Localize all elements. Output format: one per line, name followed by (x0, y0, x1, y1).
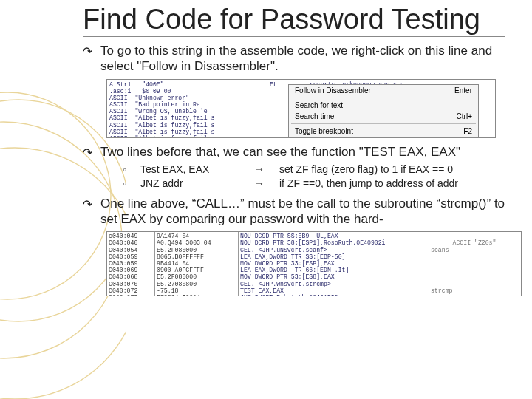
menu-label: Toggle breakpoint (295, 127, 353, 135)
menu-accel: Ctrl+ (457, 112, 472, 120)
context-menu: Follow in Disassembler Enter Search for … (288, 84, 479, 138)
menu-accel: Enter (454, 86, 472, 95)
sub-lhs: Test EAX, EAX (140, 163, 244, 177)
menu-label: Follow in Disassembler (295, 86, 371, 95)
menu-label: Search time (295, 112, 334, 120)
sub-bullet-icon: ◦ (123, 177, 130, 191)
sub-lhs: JNZ addr (140, 177, 244, 191)
menu-item-search-text[interactable]: Search for text (289, 100, 478, 111)
bullet-1: ↷ To go to this string in the assemble c… (83, 43, 505, 75)
bullet-2-text: Two lines before that, we can see the fu… (100, 145, 460, 159)
arrow-icon: → (254, 163, 269, 177)
strings-list-pane: A.Str1 "400E" .asc:i $0.09 00 ASCII "Unk… (107, 80, 267, 137)
disasm-address-pane: c040:049 C040:040 C040:054 C040:059 C040… (107, 232, 155, 296)
arrow-icon: → (254, 177, 269, 191)
menu-item-search-time[interactable]: Search time Ctrl+ (289, 111, 478, 122)
sub-rhs: set ZF flag (zero flag) to 1 if EAX == 0 (279, 163, 505, 177)
menu-item-toggle-breakpoint[interactable]: Toggle breakpoint F2 (289, 126, 478, 137)
slide-title: Find Code for Password Testing (83, 4, 505, 37)
screenshot-disassembly: c040:049 C040:040 C040:054 C040:059 C040… (106, 231, 522, 296)
bullet-3: ↷ One line above, “CALL…” must be the ca… (83, 196, 505, 228)
disasm-hex-pane: 9A1474 04 A0.Q494 3003.04 E5.2F080000 80… (155, 232, 239, 296)
bullet-1-text: To go to this string in the assemble cod… (100, 44, 492, 73)
bullet-2: ↷ Two lines before that, we can see the … (83, 144, 505, 191)
sub-bullet-icon: ◦ (123, 163, 130, 177)
sub-item-test-eax: ◦ Test EAX, EAX → set ZF flag (zero flag… (123, 163, 505, 177)
bullet-icon: ↷ (83, 197, 92, 212)
screenshot-strings-context-menu: A.Str1 "400E" .asc:i $0.09 00 ASCII "Unk… (106, 79, 496, 138)
menu-separator (291, 123, 476, 124)
disasm-comments-text: ACCII "Z20s" scans strcmp ASCII "cu pass… (431, 239, 521, 296)
menu-accel: F2 (463, 127, 472, 135)
menu-item-follow[interactable]: Follow in Disassembler Enter (289, 85, 478, 96)
menu-label: Search for text (295, 101, 343, 109)
menu-separator (291, 98, 476, 98)
bullet-icon: ↷ (83, 146, 92, 160)
bullet-icon: ↷ (83, 44, 92, 59)
sub-item-jnz: ◦ JNZ addr → if ZF ==0, then jump to add… (123, 177, 505, 191)
bullet-3-text: One line above, “CALL…” must be the call… (100, 197, 505, 226)
disasm-asm-pane: NOU DC9D PTR SS:EB9- UL,EAX NOU DCRD PTR… (239, 232, 429, 296)
sub-rhs: if ZF ==0, then jump to address of addr (279, 177, 505, 191)
disasm-comment-pane: ACCII "Z20s" scans strcmp ASCII "cu pass… (429, 232, 521, 296)
